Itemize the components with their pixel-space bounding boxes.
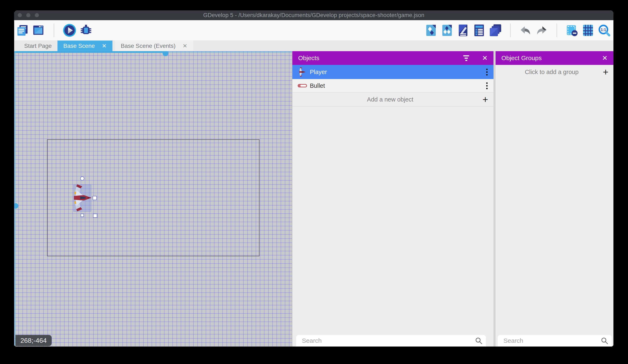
zoom-original-icon[interactable] bbox=[598, 24, 611, 37]
layers-icon[interactable] bbox=[489, 24, 502, 37]
play-icon[interactable] bbox=[63, 23, 77, 37]
object-label: Player bbox=[310, 69, 485, 75]
object-row-player[interactable]: Player bbox=[292, 65, 493, 79]
groups-search-input[interactable] bbox=[503, 337, 601, 344]
mask-instances-icon[interactable] bbox=[565, 24, 578, 37]
panel-divider[interactable] bbox=[493, 51, 496, 347]
window-title: GDevelop 5 - /Users/dkarakay/Documents/G… bbox=[203, 12, 424, 18]
resize-handle-right[interactable] bbox=[93, 196, 97, 200]
grid-icon[interactable] bbox=[582, 24, 594, 37]
object-label: Bullet bbox=[310, 82, 485, 89]
tab-label: Base Scene bbox=[63, 43, 95, 49]
toolbar-right-group bbox=[425, 23, 611, 37]
objects-editor-icon[interactable] bbox=[425, 24, 437, 37]
object-groups-panel-header: Object Groups ✕ bbox=[496, 51, 614, 65]
search-icon bbox=[475, 337, 482, 344]
object-menu-icon[interactable] bbox=[485, 67, 489, 77]
vertical-scrollbar[interactable] bbox=[14, 51, 16, 347]
add-new-object-button[interactable]: Add a new object + bbox=[292, 93, 493, 107]
minimize-window-button[interactable] bbox=[26, 13, 30, 17]
bullet-thumbnail bbox=[297, 81, 307, 91]
object-menu-icon[interactable] bbox=[485, 81, 489, 90]
instances-list-icon[interactable] bbox=[473, 24, 485, 37]
horizontal-scrollbar[interactable] bbox=[14, 51, 292, 53]
debug-icon[interactable] bbox=[79, 24, 92, 37]
content-row: 268;-464 Objects ✕ Player bbox=[14, 51, 614, 347]
undo-icon[interactable] bbox=[519, 24, 532, 37]
plus-icon: + bbox=[482, 95, 488, 104]
tab-start-page[interactable]: Start Page bbox=[18, 41, 58, 51]
tab-label: Base Scene (Events) bbox=[121, 43, 175, 49]
object-groups-editor-icon[interactable] bbox=[441, 24, 454, 37]
scene-canvas[interactable]: 268;-464 bbox=[14, 51, 292, 347]
player-ship-thumbnail bbox=[297, 67, 307, 77]
search-icon bbox=[601, 337, 608, 344]
object-groups-panel: Object Groups ✕ Click to add a group + bbox=[496, 51, 614, 347]
toolbar-separator bbox=[54, 23, 54, 37]
editor-tabbar: Start Page Base Scene ✕ Base Scene (Even… bbox=[14, 41, 614, 51]
filter-icon-bars bbox=[463, 55, 469, 61]
horizontal-scrollbar-fill bbox=[14, 51, 165, 53]
object-groups-panel-title: Object Groups bbox=[501, 55, 602, 61]
scene-window-icon[interactable] bbox=[32, 24, 45, 37]
close-tab-icon[interactable]: ✕ bbox=[183, 43, 187, 49]
close-window-button[interactable] bbox=[18, 13, 22, 17]
tab-label: Start Page bbox=[24, 43, 52, 49]
objects-search-bar bbox=[296, 335, 486, 347]
resize-handle-bottom-right[interactable] bbox=[93, 214, 97, 218]
add-new-object-label: Add a new object bbox=[298, 96, 482, 103]
main-toolbar bbox=[14, 20, 614, 41]
tab-base-scene-events[interactable]: Base Scene (Events) ✕ bbox=[115, 41, 193, 51]
toolbar-left-group bbox=[16, 23, 92, 37]
add-group-label: Click to add a group bbox=[501, 69, 603, 75]
toolbar-separator bbox=[510, 23, 511, 37]
redo-icon[interactable] bbox=[535, 24, 548, 37]
macos-traffic-lights bbox=[18, 13, 39, 17]
titlebar: GDevelop 5 - /Users/dkarakay/Documents/G… bbox=[14, 10, 614, 20]
close-panel-icon[interactable]: ✕ bbox=[602, 54, 608, 62]
objects-panel: Objects ✕ Player Bullet bbox=[292, 51, 493, 347]
horizontal-scrollbar-thumb[interactable] bbox=[163, 51, 168, 56]
groups-search-bar bbox=[498, 335, 612, 347]
object-row-bullet[interactable]: Bullet bbox=[292, 79, 493, 93]
project-manager-icon[interactable] bbox=[16, 24, 29, 37]
objects-search-input[interactable] bbox=[302, 337, 475, 344]
filter-icon[interactable] bbox=[463, 55, 469, 61]
objects-panel-title: Objects bbox=[298, 55, 463, 61]
resize-handle-bottom-left[interactable] bbox=[80, 214, 84, 217]
close-panel-icon[interactable]: ✕ bbox=[482, 54, 488, 62]
app-window: GDevelop 5 - /Users/dkarakay/Documents/G… bbox=[14, 10, 614, 347]
player-instance-sprite[interactable] bbox=[73, 184, 92, 212]
objects-panel-header: Objects ✕ bbox=[292, 51, 493, 65]
vertical-scrollbar-thumb[interactable] bbox=[14, 203, 18, 209]
close-tab-icon[interactable]: ✕ bbox=[102, 43, 107, 49]
add-group-button[interactable]: Click to add a group + bbox=[496, 65, 614, 79]
properties-icon[interactable] bbox=[457, 24, 470, 37]
toolbar-separator bbox=[556, 23, 557, 37]
plus-icon: + bbox=[603, 67, 608, 77]
rotation-handle[interactable] bbox=[80, 176, 84, 181]
cursor-coordinates-badge: 268;-464 bbox=[15, 335, 52, 346]
tab-base-scene[interactable]: Base Scene ✕ bbox=[58, 41, 112, 51]
zoom-window-button[interactable] bbox=[35, 13, 39, 17]
